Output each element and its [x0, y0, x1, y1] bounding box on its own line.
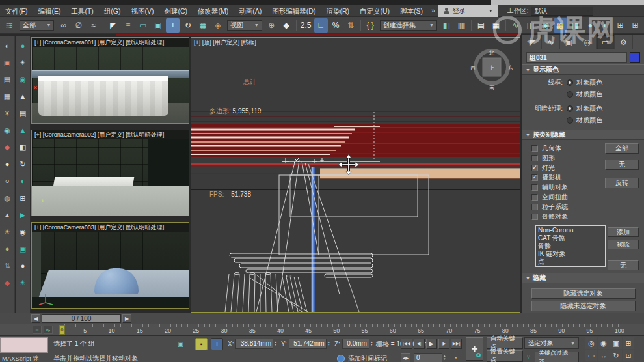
hide-invert-button[interactable]: 反转	[605, 178, 639, 188]
menu-edit[interactable]: 编辑(E)	[33, 5, 66, 17]
percent-snap-toggle-icon[interactable]: %	[329, 18, 343, 33]
y-spinner[interactable]: ▲▼	[327, 341, 330, 347]
key-filters-button[interactable]: 关键点过滤器...	[535, 352, 579, 362]
select-and-scale-icon[interactable]: ▦	[196, 18, 209, 33]
menu-group[interactable]: 组(G)	[99, 5, 126, 17]
hide-all-button[interactable]: 全部	[605, 143, 639, 154]
molecule-icon[interactable]: ◆	[1, 274, 14, 291]
time-slider-next-button[interactable]: ▶	[122, 314, 131, 323]
tab-modify-icon[interactable]: ∿	[542, 35, 560, 49]
named-selection-set-field[interactable]: 创建选择集▼	[380, 20, 437, 31]
menu-scripting[interactable]: 脚本(S)	[395, 5, 428, 17]
show-curves-icon[interactable]: ∿	[44, 326, 53, 334]
go-to-end-button[interactable]: ▶▶|	[451, 339, 463, 349]
add-time-tag[interactable]: 添加时间标记	[337, 354, 387, 362]
viewport-layout-tab-icon[interactable]: ⊞	[613, 18, 627, 33]
menu-file[interactable]: 文件(F)	[0, 5, 33, 17]
schematic-view-icon[interactable]: ◫	[524, 18, 537, 33]
select-and-rotate-icon[interactable]: ↻	[181, 18, 195, 33]
viewport-camera002-label[interactable]: [+] [CoronaCamera002] [用户定义] [默认明暗处理]	[32, 130, 189, 139]
zoom-icon[interactable]: ◎	[585, 337, 597, 349]
tab-create-icon[interactable]: ◤	[524, 35, 542, 49]
select-and-link-icon[interactable]: ∞	[57, 18, 70, 33]
rectangular-selection-region-icon[interactable]: ▭	[136, 18, 150, 33]
go-to-start-button[interactable]: |◀◀	[401, 339, 412, 349]
time-slider-prev-button[interactable]: ◀	[31, 314, 40, 323]
bulb-settings-icon[interactable]: ☀	[16, 274, 29, 291]
cone-icon[interactable]: ▲	[1, 206, 14, 223]
align-icon[interactable]: ▥	[455, 18, 468, 33]
list-item[interactable]: IK 链对象	[538, 250, 603, 258]
angle-snap-toggle-icon[interactable]: ∟	[314, 18, 328, 33]
scene-explorer-icon[interactable]: ▦	[489, 18, 503, 33]
rollout-hide-by-category[interactable]: ▼ 按类别隐藏	[522, 130, 644, 140]
list-item[interactable]: Non-Corona	[538, 227, 603, 234]
zoom-extents-all-icon[interactable]: ⊞	[623, 337, 634, 349]
add-category-button[interactable]: 添加	[608, 227, 639, 237]
menu-modifiers[interactable]: 修改器(M)	[193, 5, 234, 17]
viewport-main-label[interactable]: [+] [顶] [用户定义] [线框]	[191, 38, 520, 47]
trees-icon[interactable]: ▲	[16, 88, 29, 105]
selection-filter-dropdown[interactable]: 全部▼	[20, 20, 54, 31]
layered-view-icon[interactable]: ◐	[16, 173, 29, 189]
play-button[interactable]: ▶	[426, 339, 437, 349]
viewport-camera001[interactable]: [+] [CoronaCamera001] [用户定义] [默认明暗处理] ✕	[31, 37, 189, 124]
select-object-icon[interactable]: ◤	[106, 18, 120, 33]
unlink-selection-icon[interactable]: ∅	[72, 18, 85, 33]
list-item[interactable]: 点	[538, 258, 603, 266]
light-lister-icon[interactable]: ☀	[1, 105, 14, 122]
select-by-name-icon[interactable]: ≡	[121, 18, 135, 33]
x-spinner[interactable]: ▲▼	[274, 341, 276, 347]
render-production-icon[interactable]: ●	[584, 18, 597, 33]
menu-graph-editors[interactable]: 图形编辑器(D)	[267, 5, 321, 17]
menu-rendering[interactable]: 渲染(R)	[321, 5, 355, 17]
wireframe-material-color-radio[interactable]: 材质颜色	[567, 90, 602, 99]
tree-card-icon[interactable]: ◧	[16, 139, 29, 156]
select-and-manipulate-icon[interactable]: ◆	[280, 18, 293, 33]
window-crossing-icon[interactable]: ▣	[151, 18, 165, 33]
grid-window-icon[interactable]: ▦	[1, 88, 14, 105]
material-editor-icon[interactable]: ◉	[539, 18, 552, 33]
menu-tools[interactable]: 工具(T)	[66, 5, 98, 17]
tab-utilities-icon[interactable]: ⚙	[615, 35, 633, 49]
bind-to-spacewarp-icon[interactable]: ≈	[87, 18, 100, 33]
menu-create[interactable]: 创建(C)	[159, 5, 193, 17]
key-mode-toggle[interactable]: ◀▶	[401, 353, 410, 362]
current-frame-field[interactable]: 0	[414, 353, 442, 362]
viewport-layout-tab-icon[interactable]: ⊞	[628, 18, 642, 33]
key-filter-dropdown[interactable]: 选定对象 ▼	[524, 337, 579, 349]
snaps-toggle-icon[interactable]: 2.5	[299, 18, 313, 33]
track-bar[interactable]: ≡ ∿ 051015202530354045505560657075808590…	[0, 324, 644, 335]
menu-overflow-chevron[interactable]: »	[428, 7, 438, 14]
maximize-viewport-toggle-icon[interactable]: ⊡	[623, 350, 634, 361]
login-button[interactable]: 登录 ▼	[438, 5, 498, 17]
remove-category-button[interactable]: 移除	[608, 240, 639, 249]
category-bone-objects[interactable]: 骨骼对象	[531, 212, 640, 221]
pan-icon[interactable]: ↔	[598, 350, 610, 361]
dome-icon[interactable]: ●	[1, 240, 14, 257]
tab-display-icon[interactable]: ▭	[597, 35, 615, 49]
tab-hierarchy-icon[interactable]: ▣	[560, 35, 578, 49]
z-value-field[interactable]: 0.0mm	[342, 339, 369, 349]
select-and-place-icon[interactable]: ◈	[211, 18, 224, 33]
object-color-swatch[interactable]	[630, 52, 640, 63]
hide-selected-button[interactable]: 隐藏选定对象	[531, 288, 636, 299]
monitor-icon[interactable]: ▣	[16, 240, 29, 257]
sun-light-icon[interactable]: ☀	[16, 54, 29, 71]
viewport-camera003[interactable]: [+] [CoronaCamera003] [用户定义] [默认明暗处理]	[31, 222, 189, 309]
reference-coordinate-dropdown[interactable]: 视图▼	[227, 20, 262, 31]
frame-spinner[interactable]: ▲▼	[443, 355, 446, 361]
edit-named-selection-sets-icon[interactable]: { }	[364, 18, 377, 33]
hide-unselected-button[interactable]: 隐藏未选定对象	[531, 301, 636, 311]
play-preview-icon[interactable]: ▶	[16, 206, 29, 223]
camera-tool-icon[interactable]: ◆	[1, 139, 14, 156]
category-particle-systems[interactable]: 粒子系统	[531, 202, 640, 212]
absolute-mode-toggle[interactable]: +	[211, 338, 223, 350]
object-name-field[interactable]: 组031	[526, 52, 627, 63]
select-and-move-icon[interactable]: +	[166, 18, 180, 33]
current-frame-marker[interactable]: 0	[59, 325, 65, 335]
hide-none-button[interactable]: 无	[605, 160, 639, 170]
textured-sphere-icon[interactable]: ◍	[1, 189, 14, 206]
render-iterative-icon[interactable]: ◐	[598, 18, 612, 33]
quad-view-icon[interactable]: ⊞	[16, 189, 29, 206]
